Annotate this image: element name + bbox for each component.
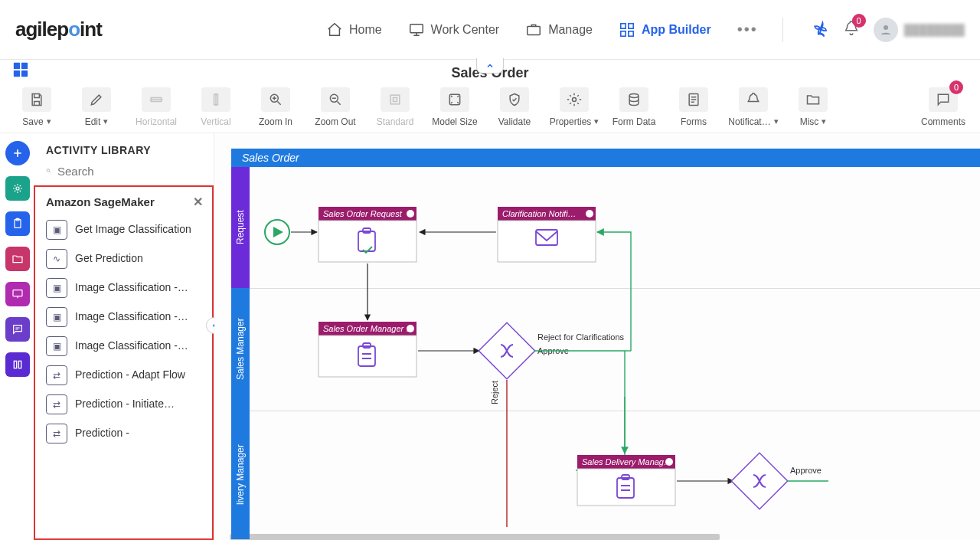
rail-monitor-icon[interactable] — [5, 282, 30, 306]
nav-home[interactable]: Home — [318, 17, 390, 43]
misc-button[interactable]: Misc▾ — [786, 83, 841, 131]
nav-manage-label: Manage — [548, 23, 593, 37]
comment-icon — [936, 92, 951, 107]
comments-label: Comments — [921, 116, 965, 127]
start-node[interactable] — [265, 220, 289, 244]
node-clarification-notif[interactable]: Clarification Notifi… — [498, 207, 596, 262]
swimlane-delivery-manager[interactable]: livery Manager — [231, 411, 250, 539]
activity-item[interactable]: ⇄Prediction - — [38, 419, 211, 448]
form-data-label: Form Data — [612, 116, 656, 127]
nav-more[interactable]: ••• — [730, 16, 766, 43]
copilot-icon[interactable] — [811, 21, 829, 39]
vertical-label: Vertical — [201, 116, 230, 127]
activity-item[interactable]: ▣Image Classification -… — [38, 332, 211, 361]
rail-folder-icon[interactable] — [5, 247, 30, 271]
activity-item-label: Prediction - — [75, 427, 129, 440]
edge-label: Reject for Clarifications — [537, 332, 625, 342]
notifications-button[interactable]: 0 — [843, 20, 860, 40]
search-icon — [46, 164, 51, 178]
horizontal-button[interactable]: Horizontal — [129, 83, 184, 131]
activity-item-label: Image Classification -… — [75, 281, 188, 295]
toolbar: Save▾ Edit▾ Horizontal Vertical Zoom In … — [0, 81, 980, 133]
standard-button[interactable]: Standard — [368, 83, 423, 131]
notification-badge: 0 — [852, 14, 866, 28]
collapse-header-button[interactable] — [476, 58, 504, 74]
properties-label: Properties — [550, 116, 592, 127]
activity-category-box: Amazon SageMaker ✕ ▣Get Image Classifica… — [34, 185, 214, 540]
gateway-2[interactable] — [731, 453, 788, 509]
chevron-down-icon: ▾ — [47, 116, 51, 126]
svg-point-42 — [407, 325, 414, 332]
activity-item[interactable]: ▣Image Classification -… — [38, 303, 211, 332]
folder-icon — [805, 92, 821, 107]
chevron-down-icon: ▾ — [103, 116, 108, 126]
activity-icon: ▣ — [46, 336, 67, 356]
nav-app-builder[interactable]: App Builder — [611, 17, 719, 43]
activity-search-input[interactable] — [57, 165, 203, 178]
svg-rect-32 — [318, 221, 416, 262]
zoom-out-button[interactable]: Zoom Out — [308, 83, 363, 131]
svg-rect-25 — [14, 361, 16, 368]
svg-rect-7 — [14, 63, 20, 69]
rail-chat-icon[interactable] — [5, 317, 30, 342]
forms-button[interactable]: Forms — [666, 83, 721, 131]
activity-item[interactable]: ▣Get Image Classification — [38, 215, 211, 244]
activity-library-title: ACTIVITY LIBRARY — [35, 133, 214, 164]
rail-clipboard-icon[interactable] — [5, 211, 30, 236]
svg-point-49 — [665, 458, 673, 466]
zoom-out-label: Zoom Out — [315, 116, 355, 127]
logo: agilepoint — [15, 18, 102, 41]
activity-item[interactable]: ⇄Prediction - Adapt Flow — [38, 361, 211, 390]
svg-rect-9 — [14, 70, 20, 77]
gateway-1[interactable] — [479, 322, 535, 379]
form-data-button[interactable]: Form Data — [606, 83, 662, 131]
form-icon — [686, 92, 701, 107]
rail-ai-icon[interactable] — [5, 176, 30, 201]
nav-work-center[interactable]: Work Center — [400, 17, 508, 43]
activity-item[interactable]: ∿Get Prediction — [38, 244, 211, 273]
edge-label: Reject — [490, 381, 499, 404]
edit-button[interactable]: Edit▾ — [69, 83, 124, 131]
model-size-button[interactable]: Model Size — [427, 83, 482, 131]
properties-button[interactable]: Properties▾ — [547, 83, 602, 131]
add-button[interactable] — [5, 141, 30, 165]
notification-button[interactable]: Notificat…▾ — [726, 83, 781, 131]
activity-icon: ⇄ — [46, 394, 67, 414]
activity-item[interactable]: ▣Image Classification -… — [38, 273, 211, 303]
node-sales-order-manager[interactable]: Sales Order Manager … — [318, 322, 416, 377]
app-grid-icon[interactable] — [12, 61, 29, 81]
model-size-label: Model Size — [432, 116, 477, 127]
save-button[interactable]: Save▾ — [9, 83, 64, 131]
node-sales-delivery-manager[interactable]: Sales Delivery Manag… — [577, 455, 675, 506]
rail-columns-icon[interactable] — [5, 352, 30, 377]
validate-button[interactable]: Validate — [487, 83, 542, 131]
nav-app-builder-label: App Builder — [642, 23, 711, 37]
comments-button[interactable]: 0 Comments — [916, 83, 971, 131]
bell-icon — [746, 92, 761, 107]
svg-point-19 — [629, 93, 639, 97]
svg-rect-8 — [21, 63, 28, 69]
node-sales-order-request[interactable]: Sales Order Request — [318, 207, 416, 262]
swimlane-request[interactable]: Request — [231, 167, 250, 288]
close-icon[interactable]: ✕ — [193, 195, 203, 209]
canvas-title: Sales Order — [231, 149, 980, 167]
svg-rect-24 — [13, 290, 22, 296]
activity-item[interactable]: ⇄Prediction - Initiate… — [38, 390, 211, 419]
svg-rect-1 — [528, 26, 541, 34]
user-menu[interactable]: ████████ — [874, 18, 965, 42]
svg-rect-3 — [629, 23, 633, 28]
svg-rect-4 — [621, 31, 626, 35]
activity-item-label: Image Classification -… — [75, 339, 188, 353]
zoom-in-button[interactable]: Zoom In — [248, 83, 303, 131]
database-icon — [626, 92, 642, 107]
edge-label: Approve — [790, 466, 822, 475]
vertical-button[interactable]: Vertical — [188, 83, 243, 131]
zoom-out-icon — [328, 92, 343, 107]
swimlane-sales-manager[interactable]: Sales Manager — [231, 288, 250, 411]
nav-manage[interactable]: Manage — [518, 17, 600, 43]
activity-item-label: Get Image Classification — [75, 223, 191, 237]
zoom-in-icon — [268, 92, 283, 107]
svg-point-31 — [407, 210, 414, 218]
chevron-down-icon: ▾ — [594, 116, 599, 126]
process-canvas[interactable]: Sales Order Request Sales Manager livery… — [214, 133, 980, 540]
